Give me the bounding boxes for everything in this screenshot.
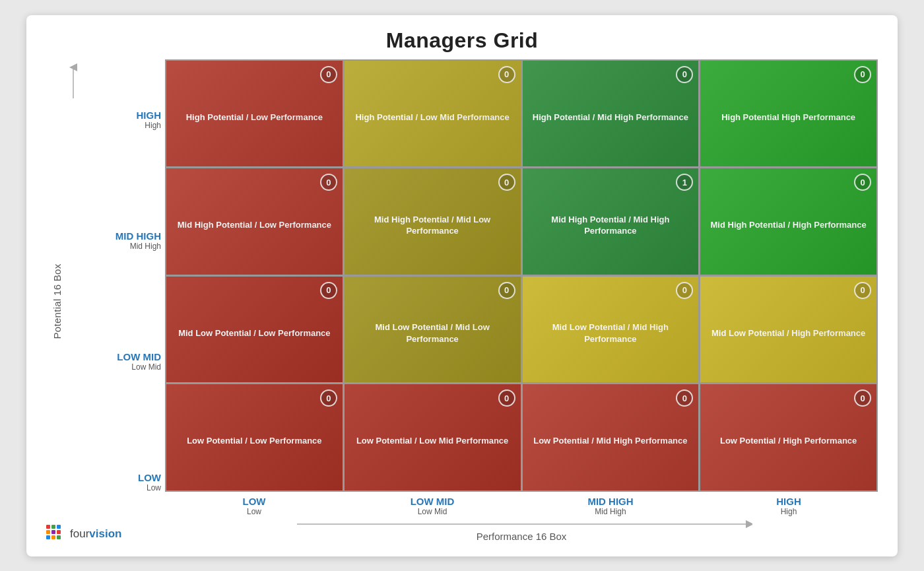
- cell-count-badge: 0: [676, 282, 693, 299]
- cell-label: Low Potential / High Performance: [720, 435, 857, 447]
- grid-cell[interactable]: 0 Mid High Potential / Low Performance: [166, 168, 343, 275]
- svg-rect-8: [46, 535, 50, 539]
- grid-cell[interactable]: 0 Mid Low Potential / Low Performance: [166, 277, 343, 383]
- svg-rect-2: [46, 525, 50, 529]
- grid-cell[interactable]: 0 Mid High Potential / High Performance: [700, 168, 876, 275]
- x-tick: LOW MIDLow Mid: [343, 496, 521, 516]
- grid-cell[interactable]: 0 Low Potential / Mid High Performance: [523, 384, 699, 490]
- cell-label: High Potential High Performance: [721, 112, 855, 123]
- cell-count-badge: 0: [854, 389, 871, 407]
- x-tick: MID HIGHMid High: [521, 496, 700, 516]
- x-axis-area: LOWLowLOW MIDLow MidMID HIGHMid HighHIGH…: [165, 492, 878, 543]
- cell-label: High Potential / Low Performance: [186, 112, 323, 123]
- cell-label: Mid High Potential / Mid Low Performance: [348, 214, 517, 237]
- svg-rect-4: [57, 525, 61, 529]
- cell-label: Mid Low Potential / Low Performance: [178, 327, 330, 339]
- grid-cell[interactable]: 0 High Potential / Low Mid Performance: [345, 61, 521, 167]
- cell-label: Low Potential / Low Mid Performance: [356, 435, 508, 447]
- page-title: Managers Grid: [46, 28, 878, 53]
- logo-area: fourvision: [45, 523, 121, 545]
- cell-label: Mid High Potential / Mid High Performanc…: [527, 214, 695, 237]
- x-ticks-row: LOWLowLOW MIDLow MidMID HIGHMid HighHIGH…: [165, 492, 878, 516]
- y-tick: HIGHHigh: [137, 110, 162, 130]
- grid-matrix: 0 High Potential / Low Performance 0 Hig…: [165, 59, 878, 492]
- grid-cell[interactable]: 0 Mid Low Potential / Mid Low Performanc…: [345, 277, 521, 383]
- cell-count-badge: 0: [498, 66, 515, 83]
- grid-cell[interactable]: 0 Low Potential / Low Performance: [166, 384, 343, 490]
- grid-area: 0 High Potential / Low Performance 0 Hig…: [165, 59, 878, 543]
- main-card: Managers Grid Potential 16 Box HIGHHighM…: [26, 15, 898, 556]
- cell-count-badge: 0: [320, 174, 337, 191]
- y-axis-arrow: [67, 59, 79, 543]
- svg-rect-7: [57, 530, 61, 534]
- y-axis-area: Potential 16 Box HIGHHighMID HIGHMid Hig…: [46, 59, 165, 543]
- cell-label: Mid High Potential / High Performance: [711, 219, 867, 231]
- cell-label: Mid Low Potential / High Performance: [711, 327, 865, 339]
- logo-text: fourvision: [70, 527, 121, 541]
- svg-rect-3: [51, 525, 55, 529]
- grid-cell[interactable]: 0 High Potential / Mid High Performance: [523, 61, 699, 167]
- cell-label: Mid Low Potential / Mid Low Performance: [348, 321, 517, 345]
- main-content: Potential 16 Box HIGHHighMID HIGHMid Hig…: [46, 59, 878, 543]
- cell-count-badge: 0: [498, 174, 515, 191]
- cell-count-badge: 0: [676, 389, 693, 407]
- svg-rect-5: [46, 530, 50, 534]
- grid-cell[interactable]: 0 Low Potential / Low Mid Performance: [345, 384, 521, 490]
- cell-label: Low Potential / Low Performance: [187, 435, 321, 447]
- y-axis-ticks: HIGHHighMID HIGHMid HighLOW MIDLow MidLO…: [79, 59, 165, 543]
- cell-count-badge: 0: [498, 389, 515, 407]
- grid-cell[interactable]: 0 Mid Low Potential / Mid High Performan…: [523, 277, 699, 383]
- grid-cell[interactable]: 0 Mid Low Potential / High Performance: [700, 277, 876, 383]
- y-tick: LOW MIDLow Mid: [117, 351, 161, 372]
- x-tick: HIGHHigh: [700, 496, 878, 516]
- cell-count-badge: 0: [320, 66, 337, 83]
- svg-rect-6: [51, 530, 55, 534]
- y-axis-rotated-label: Potential 16 Box: [46, 59, 67, 543]
- fourvision-logo-icon: [45, 523, 66, 545]
- y-tick: LOWLow: [138, 472, 161, 492]
- grid-cell[interactable]: 0 Low Potential / High Performance: [700, 384, 876, 490]
- cell-count-badge: 1: [676, 174, 693, 191]
- cell-label: High Potential / Mid High Performance: [533, 112, 688, 123]
- cell-label: High Potential / Low Mid Performance: [355, 112, 509, 123]
- cell-count-badge: 0: [498, 282, 515, 299]
- cell-count-badge: 0: [854, 174, 871, 191]
- cell-count-badge: 0: [854, 66, 871, 83]
- cell-count-badge: 0: [320, 389, 337, 407]
- grid-cell[interactable]: 0 Mid High Potential / Mid Low Performan…: [345, 168, 521, 275]
- cell-count-badge: 0: [320, 282, 337, 299]
- grid-cell[interactable]: 0 High Potential / Low Performance: [166, 61, 343, 167]
- grid-cell[interactable]: 0 High Potential High Performance: [700, 61, 876, 167]
- x-tick: LOWLow: [165, 496, 343, 516]
- cell-label: Low Potential / Mid High Performance: [533, 435, 687, 447]
- svg-rect-10: [57, 535, 61, 539]
- cell-label: Mid Low Potential / Mid High Performance: [527, 321, 695, 345]
- x-axis-label: Performance 16 Box: [165, 531, 878, 543]
- y-tick: MID HIGHMid High: [116, 230, 161, 251]
- svg-rect-9: [51, 535, 55, 539]
- x-axis-arrow-row: [165, 516, 878, 531]
- cell-label: Mid High Potential / Low Performance: [178, 219, 331, 231]
- cell-count-badge: 0: [854, 282, 871, 299]
- cell-count-badge: 0: [676, 66, 693, 83]
- grid-cell[interactable]: 1 Mid High Potential / Mid High Performa…: [523, 168, 699, 275]
